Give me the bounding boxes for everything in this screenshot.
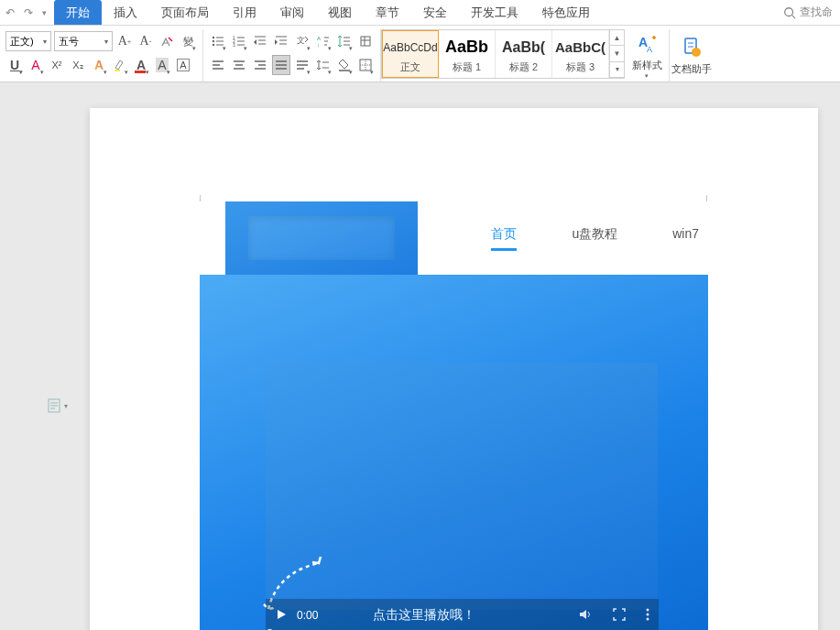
underline-button[interactable]: U (5, 55, 24, 75)
play-icon (275, 608, 288, 621)
svg-point-0 (785, 7, 793, 16)
nav-home[interactable]: 首页 (491, 226, 517, 251)
site-logo[interactable] (225, 201, 418, 275)
decrease-indent-button[interactable] (251, 31, 269, 51)
clear-format-button[interactable] (158, 31, 176, 51)
workspace: 首页 u盘教程 win7 0:00 点击这里播放哦！ (0, 82, 840, 630)
tab-review[interactable]: 审阅 (268, 0, 316, 25)
char-border-button[interactable]: A (174, 55, 192, 75)
gallery-scroll: ▲ ▼ ▾ (609, 30, 624, 78)
style-preview: AaBbC( (555, 35, 605, 60)
more-icon (646, 608, 649, 621)
distribute-button[interactable] (293, 55, 311, 75)
new-style-icon: AA (635, 32, 659, 56)
font-effects-button[interactable]: A (27, 55, 45, 75)
svg-text:3: 3 (233, 42, 235, 48)
line-spacing-button[interactable] (314, 55, 333, 75)
svg-point-5 (213, 40, 214, 42)
style-heading2[interactable]: AaBb( 标题 2 (496, 30, 552, 78)
style-preview: AaBb( (502, 35, 545, 60)
undo-button[interactable]: ↶ (4, 5, 16, 21)
svg-rect-50 (339, 70, 350, 71)
svg-rect-2 (115, 70, 120, 71)
qat-dropdown[interactable]: ▾ (42, 8, 47, 17)
style-name: 标题 2 (509, 60, 538, 74)
tab-view[interactable]: 视图 (316, 0, 364, 25)
nav-usb-tutorial[interactable]: u盘教程 (572, 226, 617, 251)
style-heading1[interactable]: AaBb 标题 1 (439, 30, 496, 78)
font-color-button[interactable]: A (132, 55, 150, 75)
highlight-button[interactable] (111, 55, 129, 75)
svg-text:A: A (317, 36, 321, 41)
ribbon: 正文) ▾ 五号 ▾ A+ A- 變 U A X² X₂ A A A A (0, 26, 840, 82)
tab-special-apps[interactable]: 特色应用 (530, 0, 602, 25)
page-layout-toggle[interactable]: ▾ (48, 398, 68, 413)
svg-line-1 (792, 15, 796, 18)
tab-chapter[interactable]: 章节 (364, 0, 411, 25)
play-button[interactable] (275, 608, 288, 624)
ribbon-tabs: 开始 插入 页面布局 引用 审阅 视图 章节 安全 开发工具 特色应用 (54, 0, 602, 25)
grow-font-button[interactable]: A+ (115, 31, 134, 51)
nav-links: 首页 u盘教程 win7 (491, 226, 708, 251)
tab-security[interactable]: 安全 (411, 0, 459, 25)
doc-helper-label: 文档助手 (671, 62, 712, 76)
numbering-button[interactable]: 123 (230, 31, 248, 51)
sort-button[interactable]: A↓ (314, 31, 333, 51)
char-shading-button[interactable]: A (153, 55, 171, 75)
tab-start[interactable]: 开始 (54, 0, 102, 25)
tab-page-layout[interactable]: 页面布局 (149, 0, 221, 25)
tab-references[interactable]: 引用 (221, 0, 268, 25)
text-effects-button[interactable]: A (90, 55, 108, 75)
svg-text:↓: ↓ (317, 42, 320, 48)
phonetic-guide-button[interactable]: 變 (179, 31, 197, 51)
doc-helper-button[interactable]: 文档助手 (670, 29, 714, 81)
more-button[interactable] (646, 608, 649, 624)
shrink-font-button[interactable]: A- (136, 31, 155, 51)
search-box[interactable]: 查找命 (783, 5, 840, 20)
shading-button[interactable] (335, 55, 354, 75)
new-style-label: 新样式 (632, 59, 662, 72)
align-right-button[interactable] (251, 55, 269, 75)
logo-inner (248, 216, 395, 260)
doc-helper-icon (680, 36, 704, 60)
superscript-button[interactable]: X² (48, 55, 66, 75)
align-left-button[interactable] (209, 55, 227, 75)
align-center-button[interactable] (230, 55, 248, 75)
font-name-value: 正文) (10, 35, 34, 49)
page-icon (48, 398, 60, 413)
tab-developer[interactable]: 开发工具 (459, 0, 530, 25)
document-page: 首页 u盘教程 win7 0:00 点击这里播放哦！ (90, 108, 818, 630)
search-icon (783, 6, 796, 19)
increase-indent-button[interactable] (272, 31, 290, 51)
style-name: 标题 1 (453, 60, 481, 74)
nav-win7[interactable]: win7 (672, 226, 699, 251)
style-heading3[interactable]: AaBbC( 标题 3 (552, 30, 609, 78)
style-preview: AaBbCcDd (383, 35, 437, 60)
volume-button[interactable] (578, 607, 593, 625)
svg-point-61 (647, 613, 649, 615)
tab-insert[interactable]: 插入 (102, 0, 149, 25)
svg-text:A: A (647, 45, 652, 54)
align-justify-button[interactable] (272, 55, 290, 75)
gallery-down-button[interactable]: ▼ (610, 46, 624, 61)
gallery-up-button[interactable]: ▲ (610, 30, 624, 46)
gallery-more-button[interactable]: ▾ (610, 62, 624, 78)
style-normal[interactable]: AaBbCcDd 正文 (382, 30, 439, 78)
line-spacing-extra-button[interactable] (335, 31, 354, 51)
volume-icon (578, 607, 593, 622)
font-name-selector[interactable]: 正文) ▾ (5, 31, 51, 51)
hero-banner: 0:00 点击这里播放哦！ (200, 275, 708, 630)
style-name: 正文 (400, 60, 420, 74)
new-style-button[interactable]: AA 新样式 ▾ (625, 29, 669, 81)
svg-rect-30 (361, 37, 370, 46)
fullscreen-button[interactable] (613, 608, 626, 624)
bullets-button[interactable] (209, 31, 227, 51)
font-size-selector[interactable]: 五号 ▾ (54, 31, 113, 51)
text-direction-button[interactable]: 文 (293, 31, 311, 51)
font-group: 正文) ▾ 五号 ▾ A+ A- 變 U A X² X₂ A A A A (0, 29, 203, 81)
redo-button[interactable]: ↷ (22, 5, 35, 21)
borders-button[interactable] (356, 55, 375, 75)
subscript-button[interactable]: X₂ (69, 55, 87, 75)
show-marks-button[interactable] (356, 31, 375, 51)
search-placeholder: 查找命 (800, 5, 833, 20)
